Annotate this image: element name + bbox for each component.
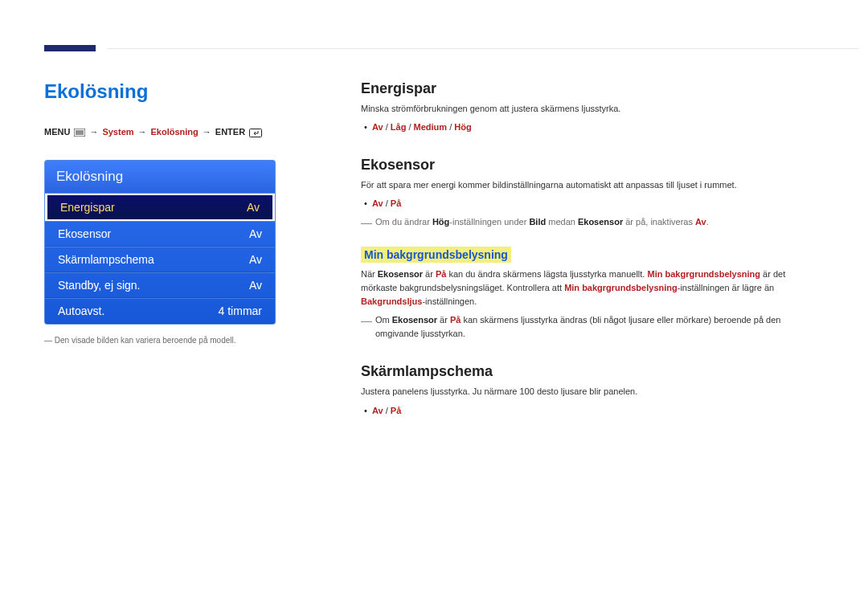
osd-row-label: Skärmlampschema — [58, 253, 154, 266]
osd-row-label: Autoavst. — [58, 304, 104, 317]
option: På — [391, 406, 401, 415]
breadcrumb-enter: ENTER — [215, 127, 245, 137]
option: Hög — [454, 122, 471, 132]
options-skarm: Av / På — [361, 404, 824, 418]
block-energispar: Energispar Minska strömförbrukningen gen… — [361, 80, 824, 134]
breadcrumb-arrow-3: → — [203, 127, 211, 137]
osd-row-label: Energispar — [60, 201, 115, 214]
breadcrumb-ekolosning: Ekolösning — [151, 127, 199, 137]
title-skarm: Skärmlampschema — [361, 363, 824, 380]
title-energispar: Energispar — [361, 80, 824, 97]
image-caption: ― Den visade bilden kan variera beroende… — [44, 336, 313, 345]
sub-minbak: Min bakgrgrundsbelysning När Ekosensor ä… — [361, 247, 824, 341]
osd-row-value: Av — [249, 253, 262, 266]
option: Av — [372, 198, 383, 208]
title-ekosensor: Ekosensor — [361, 157, 824, 174]
osd-row[interactable]: SkärmlampschemaAv — [45, 247, 275, 272]
enter-icon — [249, 127, 262, 137]
caption-bullet: ― — [44, 336, 52, 345]
desc-ekosensor: För att spara mer energi kommer bildinst… — [361, 178, 824, 192]
top-rule — [108, 48, 858, 49]
breadcrumb-system: System — [102, 127, 133, 137]
breadcrumb-menu: MENU — [44, 127, 70, 137]
note-ekosensor: Om du ändrar Hög-inställningen under Bil… — [361, 215, 824, 229]
option: Medium — [414, 122, 448, 132]
options-energispar: Av / Låg / Medium / Hög — [361, 121, 824, 134]
desc-energispar: Minska strömförbrukningen genom att just… — [361, 102, 824, 116]
breadcrumb: MENU → System → Ekolösning → ENTER — [44, 127, 313, 137]
chapter-tab — [44, 45, 96, 51]
osd-row[interactable]: Autoavst.4 timmar — [45, 298, 275, 324]
breadcrumb-arrow-1: → — [89, 127, 98, 137]
desc-minbak: När Ekosensor är På kan du ändra skärmen… — [361, 268, 824, 309]
section-title: Ekolösning — [44, 80, 313, 103]
osd-row-label: Ekosensor — [58, 227, 111, 240]
block-ekosensor: Ekosensor För att spara mer energi komme… — [361, 157, 824, 341]
option: Låg — [391, 122, 407, 132]
breadcrumb-arrow-2: → — [138, 127, 147, 137]
note-minbak: Om Ekosensor är På kan skärmens ljusstyr… — [361, 313, 824, 341]
osd-row-value: Av — [247, 201, 260, 214]
osd-row-value: Av — [249, 279, 262, 292]
desc-skarm: Justera panelens ljusstyrka. Ju närmare … — [361, 385, 824, 398]
option: Av — [372, 122, 383, 132]
block-skarm: Skärmlampschema Justera panelens ljussty… — [361, 363, 824, 417]
option: Av — [372, 406, 383, 415]
option: På — [391, 198, 401, 208]
osd-row-value: 4 timmar — [219, 304, 262, 317]
osd-panel: Ekolösning EnergisparAvEkosensorAvSkärml… — [44, 160, 276, 325]
menu-icon — [74, 127, 85, 137]
osd-row[interactable]: EnergisparAv — [45, 194, 275, 221]
osd-row-label: Standby, ej sign. — [58, 279, 140, 292]
caption-text: Den visade bilden kan variera beroende p… — [55, 336, 236, 345]
osd-row[interactable]: EkosensorAv — [45, 221, 275, 247]
osd-row[interactable]: Standby, ej sign.Av — [45, 272, 275, 298]
title-minbak: Min bakgrgrundsbelysning — [361, 247, 511, 263]
osd-header: Ekolösning — [45, 161, 275, 194]
osd-row-value: Av — [249, 227, 262, 240]
options-ekosensor: Av / På — [361, 197, 824, 210]
